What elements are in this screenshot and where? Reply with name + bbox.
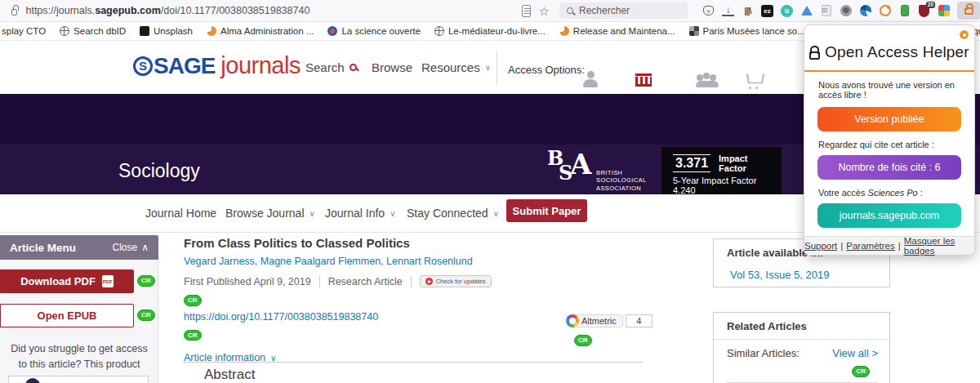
orange-extension-icon[interactable]: [880, 5, 891, 16]
published-version-button[interactable]: Version publiée: [817, 107, 961, 131]
open-epub-label: Open EPUB: [38, 310, 97, 322]
stay-connected-label: Stay Connected: [407, 207, 488, 220]
bookmark-item[interactable]: La science ouverte: [327, 26, 421, 36]
sage-journals-logo[interactable]: S SAGE journals: [133, 52, 301, 79]
blue-extension-icon[interactable]: [860, 5, 871, 16]
lean-library-widget[interactable]: [8, 376, 149, 383]
people-icon: [696, 75, 719, 87]
divider: [319, 276, 320, 287]
mobile-extension-icon[interactable]: [901, 5, 909, 16]
oa-found-text: Nous avons trouvé une version en accès l…: [804, 72, 974, 100]
proxy-access-button[interactable]: journals.sagepub.com: [817, 203, 961, 228]
url-domain: sagepub.com: [95, 5, 161, 16]
article-authors[interactable]: Vegard Jarness, Magne Paalgard Flemmen, …: [184, 256, 643, 267]
oa-badge-cr[interactable]: CR: [574, 335, 592, 346]
bookmark-item[interactable]: Le-médiateur-du-livre...: [434, 26, 546, 36]
related-articles-box: Related Articles Similar Articles: View …: [713, 312, 890, 383]
bookmark-item[interactable]: Release and Maintena...: [559, 26, 675, 36]
altmetric-score[interactable]: 4: [626, 314, 653, 327]
institution-access-label: Votre accès Sciences Po :: [804, 180, 974, 198]
bookmark-item[interactable]: Paris Musées lance so...: [689, 26, 805, 36]
support-link[interactable]: Support: [804, 241, 837, 251]
journal-info-label: Journal Info: [325, 207, 385, 220]
url-path: /doi/10.1177/0038038519838740: [161, 5, 310, 16]
article-type: Research Article: [328, 276, 403, 287]
close-menu-button[interactable]: Close∧: [113, 242, 149, 253]
document-extension-icon[interactable]: [822, 5, 831, 16]
bookmark-label: Le-médiateur-du-livre...: [448, 26, 546, 36]
altmetric-label[interactable]: Altmetric: [572, 314, 623, 327]
close-label: Close: [113, 242, 138, 253]
issue-link[interactable]: Vol 53, Issue 5, 2019: [730, 269, 829, 281]
view-all-link[interactable]: View all >: [832, 347, 878, 359]
download-pdf-label: Download PDF: [20, 275, 96, 287]
hide-badges-link[interactable]: Masquer les badges: [904, 236, 974, 256]
article-main: From Class Politics to Classed Politics …: [184, 233, 643, 383]
institution-icon: [635, 73, 652, 87]
browse-journal-label: Browse Journal: [225, 207, 305, 220]
nav-browse-label: Browse: [372, 60, 412, 74]
gear-icon[interactable]: [960, 31, 968, 38]
oa-badge-cr[interactable]: CR: [184, 330, 202, 341]
chevron-up-icon: ∧: [141, 242, 149, 253]
doi-link[interactable]: https://doi.org/10.1177/0038038519838740: [184, 311, 378, 323]
oa-badge-cr[interactable]: CR: [137, 310, 155, 321]
bookmark-star-icon[interactable]: ☆: [539, 5, 550, 17]
bsa-letter: A: [570, 148, 591, 180]
bookmark-label: Release and Maintena...: [573, 26, 675, 36]
divider: [411, 276, 412, 287]
cited-by-label: Regardez qui cite cet article :: [804, 131, 974, 149]
settings-link[interactable]: Paramètres: [846, 241, 894, 251]
nav-search[interactable]: Search: [305, 60, 357, 74]
search-input[interactable]: Rechercher: [559, 2, 688, 19]
url-lock-icon[interactable]: [11, 9, 17, 16]
grid-extension-icon[interactable]: [938, 5, 950, 16]
search-icon: [350, 64, 357, 71]
submit-paper-button[interactable]: Submit Paper: [506, 199, 587, 222]
bookmark-item[interactable]: Search dbID: [60, 26, 126, 36]
open-lock-icon: [809, 51, 820, 60]
bookmark-label: La science ouverte: [341, 26, 421, 36]
journal-home-link[interactable]: Journal Home: [145, 207, 216, 220]
arrow-extension-icon[interactable]: [801, 6, 813, 16]
downloads-icon[interactable]: ↓: [722, 6, 734, 16]
published-date: First Published April 9, 2019: [184, 276, 311, 287]
article-menu-sidebar: Article Menu Close∧ Download PDF PDF CR …: [0, 235, 158, 383]
bookmark-item[interactable]: Unsplash: [140, 26, 193, 36]
library-icon[interactable]: |||\: [742, 5, 754, 17]
oa-badge-cr[interactable]: CR: [137, 275, 155, 287]
popup-title: Open Access Helper: [825, 43, 969, 61]
check-for-updates-button[interactable]: ✚Check for updates: [420, 275, 492, 287]
address-bar[interactable]: https://journals.sagepub.com/doi/10.1177…: [25, 5, 310, 16]
reader-mode-icon[interactable]: [522, 5, 530, 17]
bookmark-item[interactable]: Alma Administration ...: [207, 26, 314, 36]
pocket-icon[interactable]: v: [703, 6, 714, 16]
popup-footer: Support| Paramètres| Masquer les badges: [804, 236, 974, 255]
download-pdf-button[interactable]: Download PDF PDF: [0, 269, 134, 293]
open-epub-button[interactable]: Open EPUB: [0, 304, 134, 327]
browser-toolbar: https://journals.sagepub.com/doi/10.1177…: [0, 0, 980, 22]
access-institution: Sciences Po: [868, 188, 918, 198]
popup-title-row: Open Access Helper: [804, 43, 974, 61]
nav-browse[interactable]: Browse: [372, 60, 412, 74]
access-options-label: Access Options:: [508, 64, 585, 76]
impact-factor-label: Impact Factor: [719, 154, 773, 173]
browse-journal-link[interactable]: Browse Journal∨: [225, 207, 315, 220]
unpaywall-extension-icon[interactable]: u: [781, 5, 793, 17]
journal-info-link[interactable]: Journal Info∨: [325, 207, 396, 220]
gray-extension-icon[interactable]: [840, 5, 852, 16]
open-access-helper-extension-icon[interactable]: [957, 2, 980, 20]
nav-search-label: Search: [305, 60, 345, 74]
oa-badge-cr[interactable]: CR: [184, 295, 202, 306]
globe-icon: [434, 26, 444, 36]
nav-resources[interactable]: Resources∨: [421, 60, 491, 74]
article-title: From Class Politics to Classed Politics: [184, 236, 643, 250]
bookmark-item[interactable]: splay CTO: [2, 26, 46, 36]
oa-badge-cr[interactable]: CR: [852, 366, 870, 377]
times-cited-button[interactable]: Nombre de fois cité : 6: [817, 155, 961, 180]
ezproxy-extension-icon[interactable]: ez: [761, 5, 773, 17]
abstract-heading: Abstract: [204, 367, 255, 383]
extension-toolbar: v ↓ |||\ ez u 20: [702, 2, 980, 20]
unsplash-icon: [140, 26, 149, 36]
stay-connected-link[interactable]: Stay Connected∨: [407, 207, 499, 220]
